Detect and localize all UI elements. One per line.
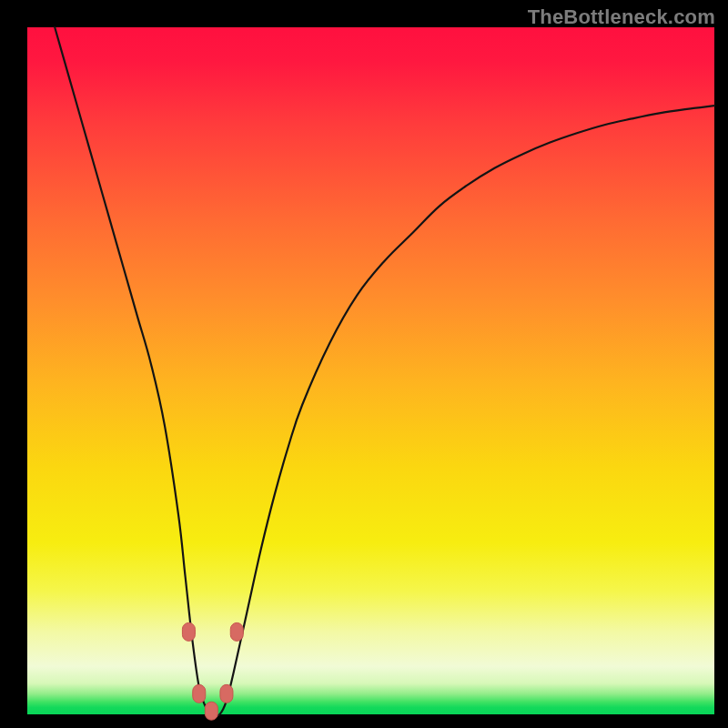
bottleneck-curve-svg <box>27 27 714 714</box>
curve-marker <box>182 622 195 641</box>
curve-marker <box>230 622 243 641</box>
curve-marker <box>220 684 233 703</box>
watermark-text: TheBottleneck.com <box>528 5 715 29</box>
bottleneck-curve-path <box>55 27 714 716</box>
curve-marker <box>205 702 217 720</box>
chart-frame: TheBottleneck.com <box>0 0 728 728</box>
curve-marker <box>193 684 206 703</box>
chart-plot-area <box>27 27 714 714</box>
